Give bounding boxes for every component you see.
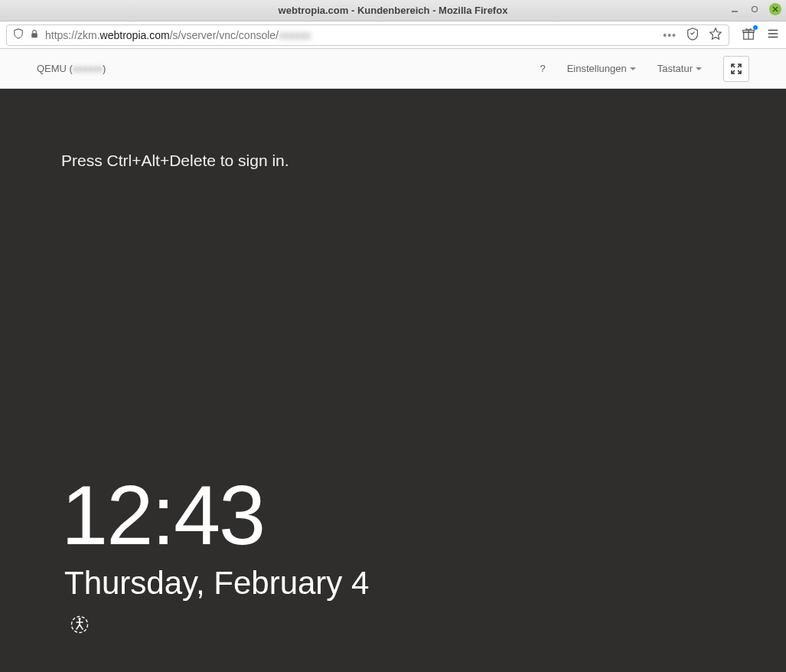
page-actions-icon[interactable]: •••: [663, 29, 677, 41]
svg-point-16: [78, 618, 80, 620]
lock-icon[interactable]: [30, 29, 39, 41]
browser-toolbar: https://zkm.webtropia.com/s/vserver/vnc/…: [0, 21, 786, 49]
bookmark-star-icon[interactable]: [709, 27, 722, 44]
vnc-remote-screen[interactable]: Press Ctrl+Alt+Delete to sign in. 12:43 …: [0, 89, 786, 672]
novnc-toolbar: QEMU (xxxxxx) ? Einstellungen Tastatur: [0, 49, 786, 89]
notification-dot-icon: [753, 25, 758, 30]
svg-rect-4: [31, 33, 38, 38]
window-titlebar: webtropia.com - Kundenbereich - Mozilla …: [0, 0, 786, 21]
help-link[interactable]: ?: [540, 63, 545, 74]
keyboard-dropdown[interactable]: Tastatur: [657, 63, 702, 74]
close-button[interactable]: [769, 3, 781, 15]
browser-action-icons: [742, 27, 780, 44]
chevron-down-icon: [630, 67, 636, 70]
svg-point-1: [752, 7, 758, 12]
window-controls: [729, 3, 781, 15]
whatsnew-icon[interactable]: [742, 27, 755, 44]
tracking-shield-icon[interactable]: [13, 28, 24, 41]
hamburger-menu-icon[interactable]: [766, 27, 780, 44]
ease-of-access-icon[interactable]: [70, 615, 89, 634]
novnc-session-title: QEMU (xxxxxx): [37, 63, 106, 74]
url-text: https://zkm.webtropia.com/s/vserver/vnc/…: [45, 29, 311, 41]
window-title: webtropia.com - Kundenbereich - Mozilla …: [279, 5, 508, 16]
fullscreen-button[interactable]: [723, 56, 749, 82]
minimize-button[interactable]: [729, 4, 740, 15]
reader-mode-icon[interactable]: [686, 27, 700, 44]
settings-dropdown[interactable]: Einstellungen: [567, 63, 636, 74]
urlbar-actions: •••: [663, 27, 722, 44]
lockscreen-date: Thursday, February 4: [64, 565, 369, 602]
chevron-down-icon: [696, 67, 702, 70]
signin-hint: Press Ctrl+Alt+Delete to sign in.: [61, 152, 289, 170]
lockscreen-time: 12:43: [61, 473, 264, 557]
url-bar[interactable]: https://zkm.webtropia.com/s/vserver/vnc/…: [6, 24, 729, 46]
maximize-button[interactable]: [749, 4, 760, 15]
